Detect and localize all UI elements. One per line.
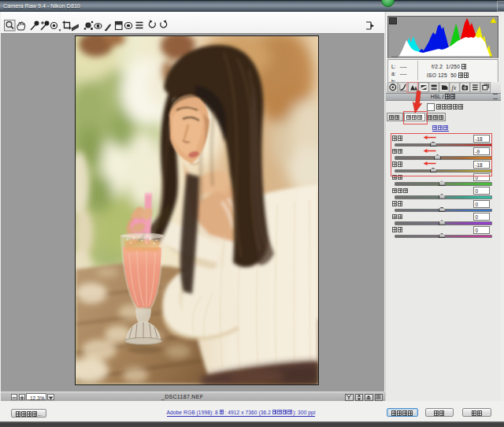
svg-text:fx: fx	[452, 84, 457, 91]
